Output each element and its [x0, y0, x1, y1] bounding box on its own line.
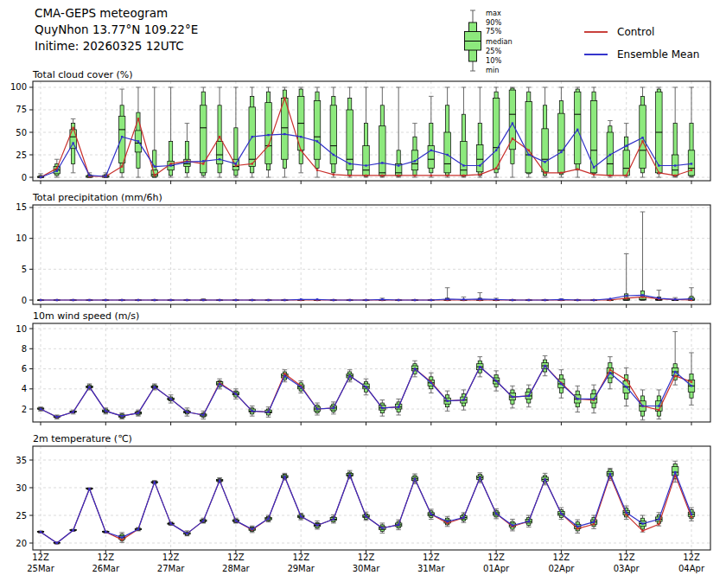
- control-marker: [674, 175, 676, 176]
- legend-box-label: 90%: [486, 18, 501, 27]
- box-25-75: [428, 146, 435, 169]
- mean-marker: [186, 533, 188, 534]
- mean-marker: [626, 512, 627, 514]
- control-marker: [365, 175, 366, 176]
- legend-box-label: 75%: [486, 27, 501, 35]
- control-marker: [641, 530, 643, 532]
- mean-marker: [72, 142, 73, 144]
- control-marker: [316, 169, 318, 171]
- x-hour-label: 12Z: [98, 553, 115, 562]
- mean-marker: [626, 386, 627, 387]
- mean-marker: [576, 129, 578, 131]
- mean-marker: [333, 299, 334, 301]
- box-25-75: [542, 129, 549, 172]
- control-marker: [169, 163, 171, 164]
- control-marker: [528, 150, 530, 151]
- control-marker: [576, 527, 578, 529]
- mean-marker: [252, 299, 253, 301]
- legend-box-label: 25%: [486, 47, 501, 55]
- mean-marker: [576, 299, 578, 301]
- y-tick-label: 4: [22, 384, 27, 393]
- mean-marker: [593, 398, 595, 399]
- mean-marker: [593, 521, 595, 522]
- mean-marker: [365, 386, 366, 387]
- control-marker: [479, 174, 481, 176]
- control-marker: [252, 163, 253, 164]
- mean-marker: [283, 133, 285, 135]
- mean-marker: [674, 471, 676, 473]
- x-hour-label: 12Z: [487, 553, 505, 562]
- mean-marker: [40, 408, 41, 410]
- mean-marker: [186, 411, 188, 412]
- control-marker: [609, 175, 611, 176]
- mean-marker: [479, 164, 481, 166]
- mean-marker: [72, 411, 73, 412]
- control-marker: [658, 409, 659, 411]
- mean-marker: [512, 299, 513, 301]
- mean-marker: [414, 299, 416, 301]
- mean-marker: [137, 528, 139, 530]
- mean-marker: [576, 526, 578, 527]
- control-marker: [674, 374, 676, 376]
- box-25-75: [558, 113, 565, 173]
- mean-marker: [495, 150, 497, 151]
- control-marker: [137, 118, 139, 119]
- control-marker: [462, 175, 464, 176]
- mean-marker: [691, 514, 692, 515]
- mean-marker: [626, 144, 627, 146]
- mean-marker: [365, 164, 366, 166]
- mean-marker: [235, 299, 237, 301]
- control-marker: [219, 136, 220, 137]
- x-day-label: 01Apr: [483, 564, 510, 573]
- control-marker: [609, 368, 611, 370]
- mean-marker: [691, 163, 692, 164]
- y-tick-label: 5: [22, 265, 27, 274]
- mean-marker: [528, 521, 530, 522]
- mean-marker: [609, 154, 611, 156]
- mean-marker: [121, 536, 123, 538]
- mean-marker: [479, 298, 481, 300]
- mean-marker: [544, 299, 545, 301]
- mean-marker: [658, 164, 659, 166]
- mean-marker: [560, 383, 562, 385]
- mean-marker: [348, 299, 350, 301]
- mean-marker: [462, 399, 464, 400]
- mean-marker: [300, 386, 302, 387]
- mean-marker: [105, 410, 106, 412]
- mean-marker: [495, 513, 497, 514]
- mean-marker: [202, 414, 204, 416]
- y-tick-label: 6: [22, 364, 27, 374]
- mean-marker: [446, 400, 448, 402]
- mean-marker: [88, 488, 90, 489]
- control-marker: [381, 175, 383, 176]
- legend-box-label: 10%: [486, 56, 501, 65]
- mean-marker: [398, 164, 399, 166]
- mean-marker: [398, 406, 399, 407]
- mean-marker: [267, 134, 269, 136]
- panel-title-precip: Total precipitation (mm/6h): [33, 192, 162, 203]
- y-tick-label: 30: [16, 483, 27, 493]
- mean-marker: [674, 298, 676, 300]
- control-marker: [283, 97, 285, 99]
- mean-marker: [479, 476, 481, 478]
- panel-title-cloud: Total cloud cover (%): [33, 69, 133, 80]
- control-marker: [300, 150, 302, 151]
- mean-marker: [72, 299, 73, 301]
- mean-marker: [154, 299, 156, 301]
- x-hour-label: 12Z: [423, 553, 440, 562]
- mean-marker: [430, 382, 432, 384]
- control-marker: [641, 140, 643, 142]
- x-day-label: 31Mar: [417, 564, 445, 573]
- box-25-75: [314, 101, 321, 160]
- mean-marker: [202, 520, 204, 521]
- mean-marker: [252, 410, 253, 412]
- mean-marker: [219, 158, 220, 160]
- x-day-label: 27Mar: [157, 564, 185, 573]
- mean-marker: [333, 518, 334, 520]
- mean-marker: [560, 298, 562, 300]
- station-info: QuyNhon 13.77°N 109.22°E: [35, 22, 198, 38]
- mean-marker: [316, 298, 318, 300]
- mean-marker: [381, 298, 383, 300]
- control-marker: [235, 164, 237, 166]
- mean-marker: [56, 170, 58, 172]
